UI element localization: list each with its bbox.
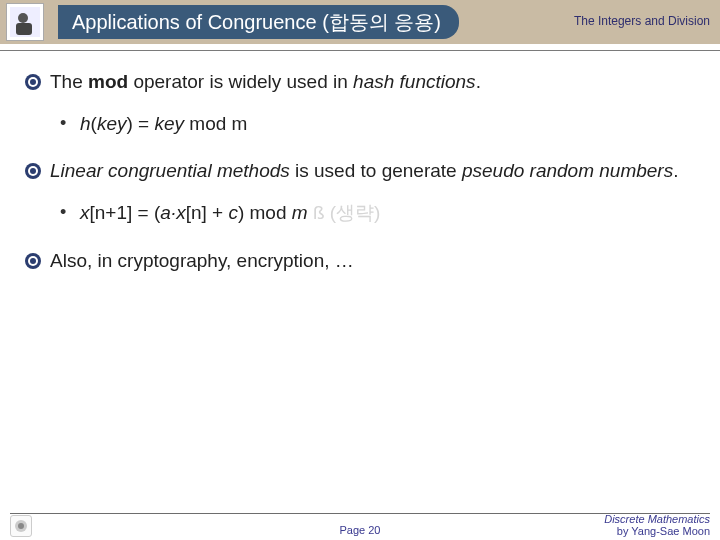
text-ital: pseudo random numbers bbox=[462, 160, 673, 181]
text: ) = bbox=[126, 113, 154, 134]
text: mod m bbox=[184, 113, 247, 134]
bullet-dot-icon: • bbox=[60, 200, 74, 226]
svg-point-13 bbox=[18, 523, 24, 529]
sub-bullet-item: • x[n+1] = (a·x[n] + c) mod m ß (생략) bbox=[60, 200, 694, 226]
university-logo-icon bbox=[10, 515, 32, 537]
emblem-icon bbox=[24, 73, 42, 91]
text-ital: key bbox=[154, 113, 184, 134]
text: [n] + bbox=[186, 202, 229, 223]
text: ) mod bbox=[238, 202, 292, 223]
text-bold: mod bbox=[88, 71, 128, 92]
author-name: by Yang-Sae Moon bbox=[604, 526, 710, 538]
text: is used to generate bbox=[290, 160, 462, 181]
footer-left bbox=[10, 515, 38, 537]
footer: Page 20 Discrete Mathematics by Yang-Sae… bbox=[0, 516, 720, 540]
text-ital: key bbox=[97, 113, 127, 134]
text-ital: x bbox=[80, 202, 90, 223]
text: operator is widely used in bbox=[128, 71, 353, 92]
text-ital: hash functions bbox=[353, 71, 476, 92]
text-ital: Linear congruential methods bbox=[50, 160, 290, 181]
text: Also, in cryptography, encryption, … bbox=[50, 248, 354, 274]
footer-right: Discrete Mathematics by Yang-Sae Moon bbox=[604, 514, 710, 537]
svg-point-5 bbox=[30, 79, 36, 85]
page-number: Page 20 bbox=[340, 524, 381, 536]
text-ital: c bbox=[228, 202, 238, 223]
svg-rect-2 bbox=[16, 23, 32, 35]
content: The mod operator is widely used in hash … bbox=[0, 51, 720, 273]
chapter-label: The Integers and Division bbox=[574, 14, 710, 28]
emblem-icon bbox=[24, 162, 42, 180]
text-ital: a·x bbox=[160, 202, 185, 223]
text: . bbox=[673, 160, 678, 181]
text: The bbox=[50, 71, 88, 92]
instructor-photo-icon bbox=[6, 3, 44, 41]
svg-point-1 bbox=[18, 13, 28, 23]
text-ghost: ß (생략) bbox=[308, 202, 381, 223]
text: [n+1] = ( bbox=[90, 202, 161, 223]
header: Applications of Congruence (합동의 응용) The … bbox=[0, 0, 720, 44]
bullet-item: The mod operator is widely used in hash … bbox=[24, 69, 694, 95]
svg-point-11 bbox=[30, 258, 36, 264]
bullet-item: Linear congruential methods is used to g… bbox=[24, 158, 694, 184]
emblem-icon bbox=[24, 252, 42, 270]
bullet-dot-icon: • bbox=[60, 111, 74, 137]
text-ital: m bbox=[292, 202, 308, 223]
sub-bullet-item: • h(key) = key mod m bbox=[60, 111, 694, 137]
svg-point-8 bbox=[30, 168, 36, 174]
slide-title: Applications of Congruence (합동의 응용) bbox=[58, 5, 459, 39]
text-ital: h bbox=[80, 113, 91, 134]
text: . bbox=[476, 71, 481, 92]
bullet-item: Also, in cryptography, encryption, … bbox=[24, 248, 694, 274]
